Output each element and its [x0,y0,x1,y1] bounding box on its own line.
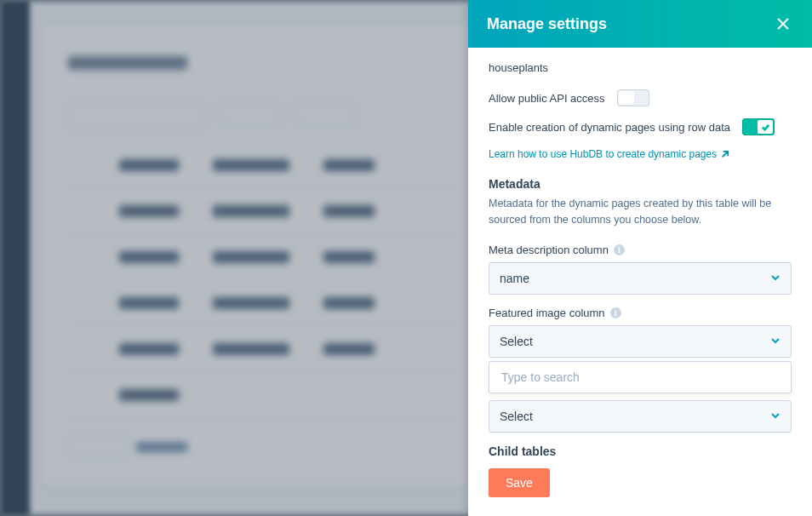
table-name: houseplants [489,61,792,74]
featured-image-select[interactable]: Select [489,325,792,358]
metadata-desc: Metadata for the dynamic pages created b… [489,196,792,228]
featured-image-label-text: Featured image column [489,307,605,319]
api-access-label: Allow public API access [489,92,605,105]
dropdown-search [489,361,792,393]
learn-link[interactable]: Learn how to use HubDB to create dynamic… [489,148,729,160]
featured-image-label: Featured image column i [489,307,792,319]
check-icon [761,123,770,132]
third-select[interactable]: Select [489,400,792,433]
meta-desc-label: Meta description column i [489,244,792,256]
dropdown-search-input[interactable] [501,370,779,384]
third-select-value: Select [500,410,533,423]
metadata-title: Metadata [489,177,792,191]
learn-link-text: Learn how to use HubDB to create dynamic… [489,148,717,160]
close-icon [776,17,790,31]
chevron-down-icon [770,335,781,346]
meta-desc-select[interactable]: name [489,262,792,295]
meta-desc-label-text: Meta description column [489,244,609,256]
panel-body: houseplants Allow public API access Enab… [468,48,812,456]
dynamic-pages-row: Enable creation of dynamic pages using r… [489,118,792,135]
settings-panel: Manage settings houseplants Allow public… [468,0,812,516]
chevron-down-icon [770,272,781,283]
api-access-toggle[interactable] [617,89,649,106]
panel-footer: Save [468,456,812,516]
child-tables-title: Child tables [489,444,792,457]
meta-desc-value: name [500,272,529,285]
dynamic-pages-toggle[interactable] [742,118,775,135]
chevron-down-icon [770,410,781,421]
api-access-row: Allow public API access [489,89,792,106]
panel-header: Manage settings [468,0,812,48]
dynamic-pages-label: Enable creation of dynamic pages using r… [489,121,730,134]
save-button[interactable]: Save [489,468,550,497]
info-icon[interactable]: i [610,307,621,318]
panel-title: Manage settings [487,15,607,33]
close-button[interactable] [773,14,793,34]
external-link-icon [720,150,729,159]
featured-image-value: Select [500,335,533,348]
info-icon[interactable]: i [614,244,625,255]
